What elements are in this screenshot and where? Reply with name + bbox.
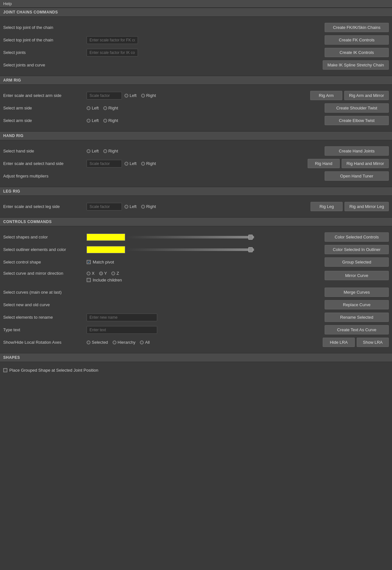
elbow-left-radio[interactable]: Left — [87, 118, 99, 123]
mirror-y-radio[interactable]: Y — [99, 271, 107, 276]
hand-joints-left-radio[interactable]: Left — [87, 149, 99, 153]
create-fkikskin-button[interactable]: Create FK/IK/Skin Chains — [325, 23, 389, 32]
radio-label: Right — [146, 161, 156, 166]
show-lra-button[interactable]: Show LRA — [357, 338, 389, 347]
create-ik-button[interactable]: Create IK Controls — [325, 48, 389, 57]
lra-selected-radio[interactable]: Selected — [87, 340, 108, 345]
rig-hand-button[interactable]: Rig Hand — [308, 159, 340, 168]
row-label: Select new and old curve — [3, 302, 87, 307]
row-middle — [87, 36, 254, 44]
replace-curve-button[interactable]: Replace Curve — [325, 300, 389, 309]
mirror-z-radio[interactable]: Z — [111, 271, 119, 276]
hand-right-radio[interactable]: Right — [141, 161, 156, 166]
make-ik-spline-button[interactable]: Make IK Spline Stretchy Chain — [323, 60, 389, 70]
place-grouped-shape-checkbox[interactable]: Place Grouped Shape at Selected Joint Po… — [3, 368, 389, 373]
ik-scale-input[interactable] — [87, 49, 138, 56]
arm-left-radio[interactable]: Left — [124, 93, 137, 98]
lra-all-radio[interactable]: All — [140, 340, 149, 345]
row-label: Select top joint of the chain — [3, 38, 87, 42]
slider-track-1[interactable] — [126, 236, 254, 238]
match-pivot-checkbox[interactable]: ✓ Match pivot — [87, 260, 114, 264]
hide-lra-button[interactable]: Hide LRA — [323, 338, 355, 347]
row-right: Mirror Curve — [254, 271, 389, 280]
leg-scale-input[interactable] — [87, 203, 122, 211]
hand-joints-right-radio[interactable]: Right — [103, 149, 118, 153]
color-outliner-button[interactable]: Color Selected In Outliner — [325, 245, 389, 254]
color-selected-controls-button[interactable]: Color Selected Controls — [325, 232, 389, 242]
lra-hierarchy-radio[interactable]: Hierarchy — [113, 340, 136, 345]
rename-selected-button[interactable]: Rename Selected — [325, 313, 389, 322]
row-middle: X Y Z Include children — [87, 271, 254, 282]
radio-label: All — [145, 340, 149, 345]
radio-label: X — [92, 271, 95, 276]
row-label: Select joints and curve — [3, 63, 87, 67]
row-label: Select shapes and color — [3, 235, 87, 239]
color-slider-2 — [87, 246, 254, 253]
row-right: Create Elbow Twist — [254, 116, 389, 125]
shoulder-left-radio[interactable]: Left — [87, 106, 99, 110]
table-row: Show/Hide Local Rotation Axes Selected H… — [3, 336, 389, 349]
rig-hand-mirror-button[interactable]: Rig Hand and Mirror — [342, 159, 389, 168]
table-row: Select joints Create IK Controls — [3, 46, 389, 59]
menu-bar: Help — [0, 0, 392, 8]
checkbox-label: Place Grouped Shape at Selected Joint Po… — [9, 368, 98, 373]
leg-right-radio[interactable]: Right — [141, 204, 156, 209]
fk-scale-input[interactable] — [87, 36, 138, 44]
merge-curves-button[interactable]: Merge Curves — [325, 288, 389, 297]
radio-circle — [141, 162, 145, 166]
arm-scale-input[interactable] — [87, 92, 122, 99]
rename-input[interactable] — [87, 314, 157, 321]
color-swatch-2[interactable] — [87, 246, 125, 253]
leg-left-radio[interactable]: Left — [124, 204, 137, 209]
row-label: Select arm side — [3, 106, 87, 110]
row-label: Type text — [3, 327, 87, 332]
text-input[interactable] — [87, 326, 157, 334]
row-middle: Left Right — [87, 118, 254, 123]
table-row: Select shapes and color Color Selected C… — [3, 231, 389, 243]
table-row: Select arm side Left Right Create Elbow … — [3, 114, 389, 127]
joint-chains-header: JOINT CHAINS COMMANDS — [0, 8, 392, 17]
row-right: Create Text As Curve — [254, 325, 389, 334]
table-row: Select arm side Left Right Create Should… — [3, 102, 389, 114]
rig-arm-mirror-button[interactable]: Rig Arm and Mirror — [344, 91, 389, 100]
shapes-content: Place Grouped Shape at Selected Joint Po… — [0, 362, 392, 388]
row-middle — [87, 314, 254, 321]
color-swatch-1[interactable] — [87, 234, 125, 241]
rig-arm-button[interactable]: Rig Arm — [310, 91, 342, 100]
row-right: Create Hand Joints — [254, 146, 389, 156]
slider-track-2[interactable] — [126, 248, 254, 251]
hand-left-radio[interactable]: Left — [124, 161, 137, 166]
leg-rig-header: LEG RIG — [0, 187, 392, 196]
table-row: Adjust fingers multipliers Open Hand Tun… — [3, 170, 389, 182]
radio-label: Left — [92, 149, 99, 153]
elbow-right-radio[interactable]: Right — [103, 118, 118, 123]
radio-circle — [141, 94, 145, 98]
row-right: Rig Hand Rig Hand and Mirror — [254, 159, 389, 168]
rig-leg-button[interactable]: Rig Leg — [311, 202, 343, 211]
table-row: Select joints and curve Make IK Spline S… — [3, 59, 389, 71]
create-shoulder-twist-button[interactable]: Create Shoulder Twist — [325, 103, 389, 113]
group-selected-button[interactable]: Group Selected — [325, 257, 389, 267]
table-row: Select top joint of the chain Create FK/… — [3, 21, 389, 34]
create-text-curve-button[interactable]: Create Text As Curve — [325, 325, 389, 334]
open-hand-tuner-button[interactable]: Open Hand Tuner — [325, 171, 389, 181]
help-menu[interactable]: Help — [3, 1, 12, 6]
row-middle: Left Right — [87, 203, 254, 211]
hand-scale-input[interactable] — [87, 160, 122, 168]
table-row: Select outliner elements and color Color… — [3, 243, 389, 256]
controls-content: Select shapes and color Color Selected C… — [0, 226, 392, 353]
include-children-checkbox[interactable]: Include children — [87, 278, 122, 282]
table-row: Select curve and mirror direction X Y Z — [3, 268, 389, 284]
create-hand-joints-button[interactable]: Create Hand Joints — [325, 146, 389, 156]
row-right: Hide LRA Show LRA — [254, 338, 389, 347]
mirror-curve-button[interactable]: Mirror Curve — [325, 271, 389, 280]
mirror-x-radio[interactable]: X — [87, 271, 95, 276]
create-elbow-twist-button[interactable]: Create Elbow Twist — [325, 116, 389, 125]
elbow-side-radios: Left Right — [87, 118, 118, 123]
create-fk-button[interactable]: Create FK Controls — [325, 35, 389, 45]
rig-leg-mirror-button[interactable]: Rig and Mirror Leg — [345, 202, 389, 211]
shoulder-right-radio[interactable]: Right — [103, 106, 118, 110]
arm-right-radio[interactable]: Right — [141, 93, 156, 98]
row-right: Rename Selected — [254, 313, 389, 322]
table-row: Select hand side Left Right Create Hand … — [3, 145, 389, 157]
